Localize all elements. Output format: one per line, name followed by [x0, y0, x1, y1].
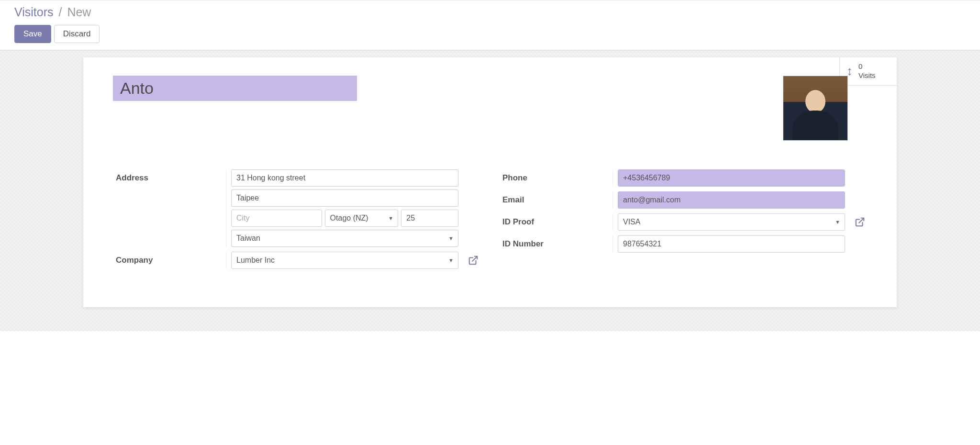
country-select[interactable]: [231, 230, 458, 247]
visits-count: 0: [858, 62, 876, 71]
discard-button[interactable]: Discard: [54, 25, 100, 43]
street1-input[interactable]: [231, 169, 458, 187]
external-link-icon: [468, 255, 479, 266]
breadcrumb-separator: /: [58, 5, 62, 19]
company-external-link[interactable]: [466, 252, 480, 269]
visits-label: Visits: [858, 71, 876, 80]
svg-line-1: [859, 218, 864, 223]
email-label: Email: [500, 191, 605, 209]
company-field: ▼: [226, 252, 458, 269]
title-row: [113, 76, 867, 141]
control-panel: Visitors / New Save Discard: [0, 0, 980, 50]
state-select[interactable]: [325, 210, 399, 227]
id-proof-label: ID Proof: [500, 213, 605, 231]
id-proof-external-link[interactable]: [853, 213, 867, 231]
phone-label: Phone: [500, 169, 605, 187]
breadcrumb-current: New: [67, 5, 91, 19]
id-proof-select[interactable]: [618, 213, 845, 231]
id-number-label: ID Number: [500, 235, 605, 253]
right-column: Phone Email ID Proof ▼: [500, 169, 867, 269]
action-buttons: Save Discard: [14, 25, 966, 43]
avatar-image[interactable]: [783, 76, 848, 141]
address-fields: ▼ ▼: [226, 169, 458, 247]
phone-input[interactable]: [618, 169, 845, 187]
form-sheet: ↕ 0 Visits Address: [83, 57, 897, 307]
id-number-input[interactable]: [618, 235, 845, 253]
address-label: Address: [113, 169, 218, 247]
email-input[interactable]: [618, 191, 845, 209]
visits-stat-button[interactable]: ↕ 0 Visits: [839, 57, 897, 86]
company-label: Company: [113, 252, 218, 269]
name-input[interactable]: [113, 76, 357, 101]
company-select[interactable]: [231, 252, 458, 269]
external-link-icon: [855, 217, 865, 227]
save-button[interactable]: Save: [14, 25, 51, 43]
zip-input[interactable]: [401, 210, 458, 227]
breadcrumb: Visitors / New: [14, 5, 966, 19]
street2-input[interactable]: [231, 189, 458, 207]
content-area: ↕ 0 Visits Address: [0, 50, 980, 331]
svg-line-0: [472, 256, 477, 261]
form-columns: Address ▼ ▼: [113, 169, 867, 269]
city-input[interactable]: [231, 210, 322, 227]
breadcrumb-root-link[interactable]: Visitors: [14, 5, 54, 19]
left-column: Address ▼ ▼: [113, 169, 480, 269]
